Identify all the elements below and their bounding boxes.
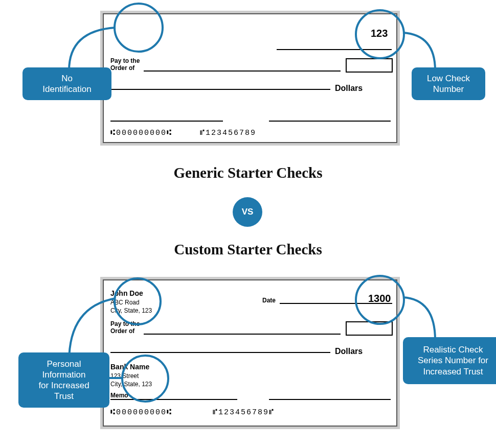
heading-generic: Generic Starter Checks — [0, 164, 496, 181]
payee-line — [144, 70, 341, 72]
pill-low-check-number: Low Check Number — [412, 67, 485, 100]
custom-check-number: 1300 — [368, 293, 391, 304]
amount-box — [346, 58, 393, 73]
memo-line-custom — [110, 399, 237, 400]
connector-right-bottom — [401, 295, 437, 341]
memo-line — [110, 121, 223, 122]
dollars-line — [110, 89, 330, 90]
connector-left-top — [66, 26, 118, 72]
micr-account-custom: ⑈123456789⑈ — [213, 408, 275, 417]
dollars-label-custom: Dollars — [335, 347, 363, 356]
pill-realistic-number: Realistic Check Series Number for Increa… — [403, 337, 496, 384]
circle-no-identification — [114, 3, 164, 53]
dollars-label: Dollars — [335, 84, 363, 93]
date-label: Date — [262, 297, 276, 304]
heading-custom: Custom Starter Checks — [0, 241, 496, 258]
signature-line — [269, 121, 391, 122]
diagram-stage: Pay to the Order of Dollars ⑆000000000⑆ … — [0, 0, 496, 448]
pill-personal-info: Personal Information for Increased Trust — [18, 352, 109, 408]
circle-personal-info-name — [114, 277, 162, 325]
signature-line-custom — [269, 399, 391, 400]
connector-right-top — [401, 31, 437, 72]
circle-personal-info-bank — [121, 355, 169, 403]
dollars-line-custom — [110, 352, 330, 353]
pill-no-identification: No Identification — [22, 67, 111, 100]
micr-routing: ⑆000000000⑆ — [110, 129, 172, 137]
micr-routing-custom: ⑆000000000⑆ — [110, 408, 172, 417]
payee-line-custom — [144, 334, 341, 335]
micr-account: ⑈123456789 — [200, 129, 256, 137]
vs-badge: VS — [233, 197, 262, 227]
generic-check-number: 123 — [371, 28, 388, 39]
